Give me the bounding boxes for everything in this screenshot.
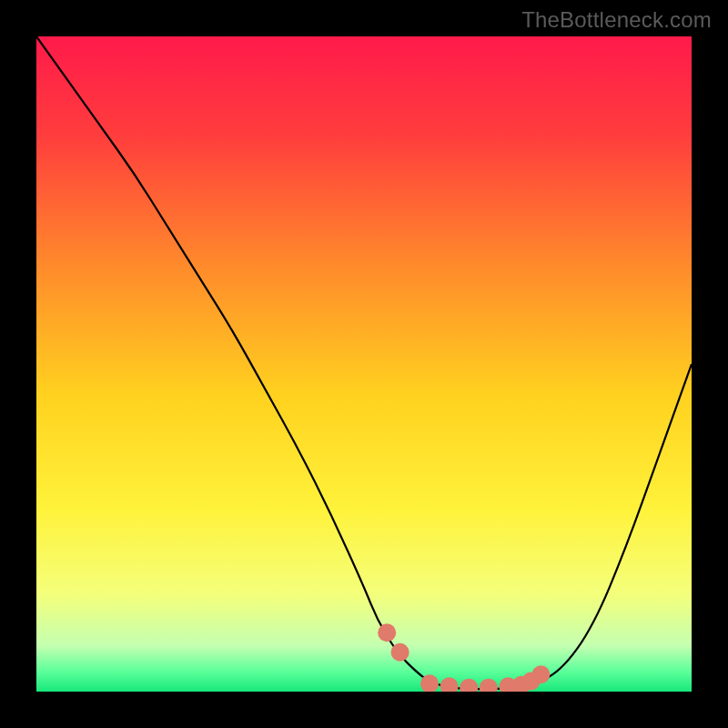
- optimal-marker: [460, 679, 478, 692]
- optimal-marker: [480, 679, 498, 692]
- optimal-marker: [420, 674, 439, 692]
- chart-plot-area: [36, 36, 692, 692]
- watermark-text: TheBottleneck.com: [521, 7, 712, 33]
- optimal-marker: [391, 643, 410, 662]
- optimal-range-markers: [36, 36, 692, 692]
- optimal-marker: [378, 623, 396, 642]
- optimal-marker: [440, 677, 459, 692]
- optimal-marker: [531, 665, 550, 683]
